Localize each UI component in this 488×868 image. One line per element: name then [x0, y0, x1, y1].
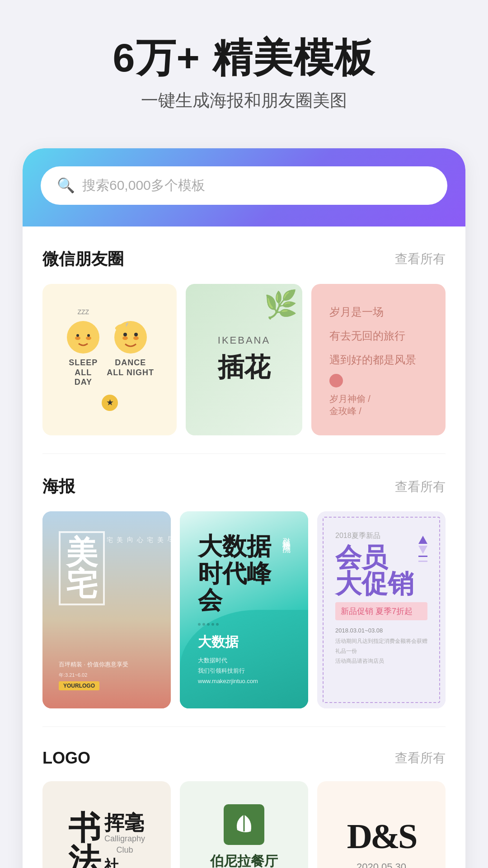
- ikebana-en-title: IKEBANA: [218, 335, 270, 346]
- svg-point-2: [86, 336, 91, 340]
- logo-section: LOGO 查看所有 书法 挥毫 CalligraphyClub 社: [23, 727, 465, 868]
- member-detail1: 活动期间凡达到指定消费金额将会获赠礼品一份: [335, 637, 427, 656]
- svg-point-3: [76, 334, 79, 337]
- bigdata-supertitle: 引领科技潮流: [281, 531, 292, 539]
- calligraphy-content: 书法 挥毫 CalligraphyClub 社: [68, 812, 145, 868]
- logo-section-header: LOGO 查看所有: [42, 749, 446, 768]
- wechat-badge: ★: [102, 395, 118, 411]
- poem-line1: 岁月是一场: [329, 302, 427, 321]
- svg-point-0: [67, 321, 99, 354]
- svg-point-1: [75, 336, 80, 340]
- leaf-svg-icon: [230, 811, 258, 838]
- hero-title: 6万+ 精美模板: [18, 36, 470, 80]
- member-promo: 新品促销 夏季7折起: [341, 606, 422, 617]
- restaurant-name: 伯尼拉餐厅: [210, 852, 278, 868]
- poem-author: 岁月神偷 /金玫峰 /: [329, 393, 427, 417]
- search-icon: 🔍: [57, 177, 75, 194]
- poster-section-title: 海报: [42, 476, 75, 498]
- logo-section-title: LOGO: [42, 749, 90, 768]
- calligraphy-logo-group: 书法 挥毫 CalligraphyClub 社: [68, 812, 145, 868]
- ikebana-zh-title: 插花: [218, 350, 270, 385]
- dance-label: DANCEALL NIGHT: [107, 358, 154, 377]
- hero-subtitle: 一键生成海报和朋友圈美图: [18, 89, 470, 112]
- poster-meizhai-bottom: 百坪精装 · 价值你惠意享受 年:3.21~6.02 YOURLOGO: [59, 659, 155, 690]
- poster-card-bigdata[interactable]: 引领科技潮流 大数据时代峰会 大数据 大数据时代我们引领科技前行www.make…: [180, 511, 308, 708]
- wechat-card-poem[interactable]: 岁月是一场 有去无回的旅行 遇到好的都是风景 岁月神偷 /金玫峰 /: [311, 284, 446, 436]
- poem-line2: 有去无回的旅行: [329, 326, 427, 345]
- leaves-icon: 🌿: [264, 288, 298, 321]
- member-detail2: 活动商品请咨询店员: [335, 656, 427, 666]
- poster-meizhai-text: 美宅: [66, 535, 98, 602]
- logo-template-grid: 书法 挥毫 CalligraphyClub 社: [42, 781, 446, 868]
- poster-card-meizhai[interactable]: 美宅 尽美宅心向美宅 百坪精装 · 价值你惠意享受 年:3.21~6.02 YO…: [42, 511, 171, 708]
- logo-view-all-link[interactable]: 查看所有: [395, 750, 446, 767]
- svg-point-7: [133, 336, 139, 340]
- wechat-section-header: 微信朋友圈 查看所有: [42, 248, 446, 270]
- bigdata-main-title: 大数据时代峰会: [198, 533, 290, 613]
- logo-card-ds[interactable]: D&S 2020.05.30: [317, 781, 446, 868]
- wechat-section: 微信朋友圈 查看所有 ZZZ: [23, 226, 465, 445]
- svg-point-9: [134, 333, 138, 336]
- bigdata-subtitle: 大数据: [198, 633, 290, 651]
- bigdata-detail: 大数据时代我们引领科技前行www.makezrjintuo.com: [198, 655, 290, 687]
- wechat-card-sleep-dance[interactable]: ZZZ SLEEPALLDAY .: [42, 284, 177, 436]
- poster-template-grid: 美宅 尽美宅心向美宅 百坪精装 · 价值你惠意享受 年:3.21~6.02 YO…: [42, 511, 446, 708]
- meizhai-date: 年:3.21~6.02: [59, 672, 155, 679]
- kanji-text: 书法: [68, 812, 101, 868]
- restaurant-text: 伯尼拉餐厅 健康膳食: [210, 852, 278, 868]
- hero-section: 6万+ 精美模板 一键生成海报和朋友圈美图: [0, 0, 488, 130]
- hui-hao-text: 挥毫: [104, 813, 144, 833]
- sleep-dance-characters: ZZZ SLEEPALLDAY .: [65, 308, 154, 387]
- meizhai-logo-badge: YOURLOGO: [59, 681, 99, 690]
- poem-line3: 遇到好的都是风景: [329, 350, 427, 369]
- poster-card-member[interactable]: 2018夏季新品 会员大促销 新品促销 夏季7折起: [317, 511, 446, 708]
- search-bar[interactable]: 🔍 搜索60,000多个模板: [41, 166, 447, 205]
- wechat-view-all-link[interactable]: 查看所有: [395, 250, 446, 268]
- poster-section: 海报 查看所有 美宅 尽美宅心向美宅 百坪精装 · 价值你惠意享受 年:3.21…: [23, 454, 465, 717]
- poem-content: 岁月是一场 有去无回的旅行 遇到好的都是风景: [329, 302, 427, 374]
- meizhai-title-box: 美宅: [59, 531, 105, 605]
- bigdata-dots: [198, 619, 290, 626]
- calligraphy-en: CalligraphyClub: [104, 833, 145, 856]
- svg-point-8: [123, 333, 127, 336]
- meizhai-detail: 百坪精装 · 价值你惠意享受: [59, 659, 155, 670]
- app-card: 🔍 搜索60,000多个模板 微信朋友圈 查看所有 ZZZ: [23, 148, 465, 868]
- sleep-label: SLEEPALLDAY: [69, 358, 98, 387]
- member-date: 2018.03.01~03.08: [335, 625, 427, 637]
- restaurant-icon-box: [224, 804, 264, 845]
- logo-card-restaurant[interactable]: 伯尼拉餐厅 健康膳食: [180, 781, 308, 868]
- wechat-template-grid: ZZZ SLEEPALLDAY .: [42, 284, 446, 436]
- wechat-card-ikebana[interactable]: IKEBANA 插花 🌿: [186, 284, 302, 436]
- member-promo-banner: 新品促销 夏季7折起: [335, 602, 427, 620]
- poem-footer: 岁月神偷 /金玫峰 /: [329, 374, 427, 417]
- member-details: 2018.03.01~03.08 活动期间凡达到指定消费金额将会获赠礼品一份 活…: [335, 625, 427, 666]
- ds-date-text: 2020.05.30: [357, 861, 406, 868]
- calligraphy-text-group: 挥毫 CalligraphyClub 社: [104, 813, 145, 868]
- member-main-title: 会员大促销: [335, 544, 414, 597]
- poster-view-all-link[interactable]: 查看所有: [395, 478, 446, 495]
- svg-point-6: [122, 336, 128, 340]
- she-text: 社: [104, 856, 119, 868]
- wechat-section-title: 微信朋友圈: [42, 248, 124, 270]
- member-year: 2018夏季新品: [335, 531, 414, 541]
- deco-triangles: [418, 536, 427, 562]
- svg-point-4: [87, 334, 90, 337]
- dance-character: . DANCEALL NIGHT: [107, 308, 154, 377]
- sleep-character: ZZZ SLEEPALLDAY: [65, 308, 101, 387]
- poster-section-header: 海报 查看所有: [42, 476, 446, 498]
- search-input-placeholder[interactable]: 搜索60,000多个模板: [82, 176, 205, 195]
- ds-logo-text: D&S: [347, 816, 416, 857]
- logo-card-calligraphy[interactable]: 书法 挥毫 CalligraphyClub 社: [42, 781, 171, 868]
- search-header: 🔍 搜索60,000多个模板: [23, 148, 465, 226]
